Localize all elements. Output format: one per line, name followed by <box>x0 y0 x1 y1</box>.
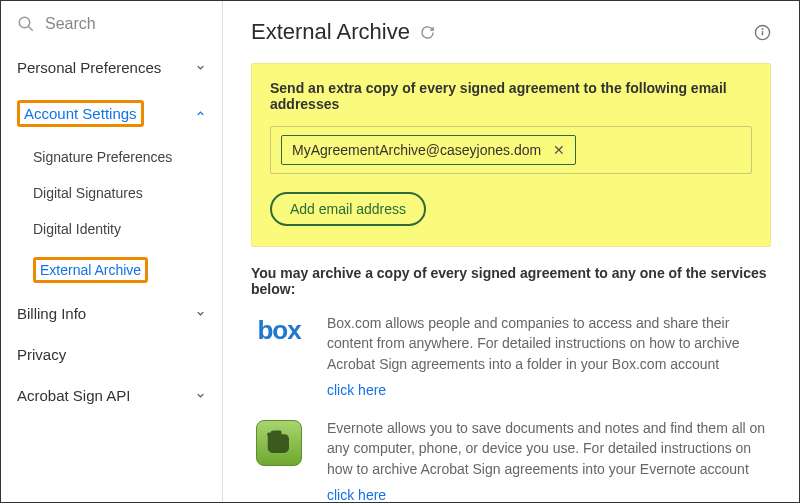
box-logo-text: box <box>257 315 300 346</box>
sidebar-label: Billing Info <box>17 305 86 322</box>
sidebar-label: Personal Preferences <box>17 59 161 76</box>
sidebar-label: Acrobat Sign API <box>17 387 130 404</box>
archive-email-panel: Send an extra copy of every signed agree… <box>251 63 771 247</box>
close-icon[interactable]: ✕ <box>553 142 565 158</box>
main-content: External Archive Send an extra copy of e… <box>223 1 799 502</box>
chevron-up-icon <box>195 108 206 119</box>
box-desc-text: Box.com allows people and companies to a… <box>327 315 739 372</box>
sidebar-item-personal-preferences[interactable]: Personal Preferences <box>1 47 222 88</box>
panel-heading: Send an extra copy of every signed agree… <box>270 80 752 112</box>
chevron-down-icon <box>195 62 206 73</box>
box-click-here-link[interactable]: click here <box>327 380 771 400</box>
add-email-button[interactable]: Add email address <box>270 192 426 226</box>
info-icon[interactable] <box>754 24 771 41</box>
svg-point-4 <box>762 28 763 29</box>
sidebar-item-billing-info[interactable]: Billing Info <box>1 293 222 334</box>
app-frame: Search Personal Preferences Account Sett… <box>0 0 800 503</box>
main-header: External Archive <box>251 11 771 63</box>
email-chip: MyAgreementArchive@caseyjones.dom ✕ <box>281 135 576 165</box>
elephant-icon <box>264 428 294 458</box>
service-row-evernote: Evernote allows you to save documents an… <box>251 418 771 502</box>
page-title: External Archive <box>251 19 410 45</box>
svg-line-1 <box>28 26 33 31</box>
evernote-description: Evernote allows you to save documents an… <box>327 418 771 502</box>
search-icon <box>17 15 35 33</box>
refresh-icon[interactable] <box>420 25 435 40</box>
sidebar-item-privacy[interactable]: Privacy <box>1 334 222 375</box>
email-chip-text: MyAgreementArchive@caseyjones.dom <box>292 142 541 158</box>
sidebar-subitem-digital-signatures[interactable]: Digital Signatures <box>1 175 222 211</box>
search-placeholder: Search <box>45 15 96 33</box>
chevron-down-icon <box>195 308 206 319</box>
sidebar-item-account-settings[interactable]: Account Settings <box>1 88 222 139</box>
services-intro: You may archive a copy of every signed a… <box>251 265 771 297</box>
title-wrap: External Archive <box>251 19 435 45</box>
evernote-click-here-link[interactable]: click here <box>327 485 771 502</box>
email-field-row: MyAgreementArchive@caseyjones.dom ✕ <box>270 126 752 174</box>
email-input-field[interactable]: MyAgreementArchive@caseyjones.dom ✕ <box>270 126 752 174</box>
box-description: Box.com allows people and companies to a… <box>327 313 771 400</box>
chevron-down-icon <box>195 390 206 401</box>
svg-point-0 <box>19 17 30 28</box>
search-input[interactable]: Search <box>1 1 222 47</box>
sidebar-subitem-digital-identity[interactable]: Digital Identity <box>1 211 222 247</box>
sidebar: Search Personal Preferences Account Sett… <box>1 1 223 502</box>
sidebar-label: Account Settings <box>17 100 144 127</box>
sidebar-subitem-signature-preferences[interactable]: Signature Preferences <box>1 139 222 175</box>
service-row-box: box Box.com allows people and companies … <box>251 313 771 400</box>
evernote-logo <box>251 420 307 466</box>
sidebar-label: External Archive <box>33 257 148 283</box>
account-settings-submenu: Signature Preferences Digital Signatures… <box>1 139 222 293</box>
evernote-desc-text: Evernote allows you to save documents an… <box>327 420 765 477</box>
sidebar-label: Privacy <box>17 346 66 363</box>
box-logo: box <box>251 315 307 346</box>
sidebar-item-acrobat-sign-api[interactable]: Acrobat Sign API <box>1 375 222 416</box>
sidebar-subitem-external-archive[interactable]: External Archive <box>1 247 222 293</box>
